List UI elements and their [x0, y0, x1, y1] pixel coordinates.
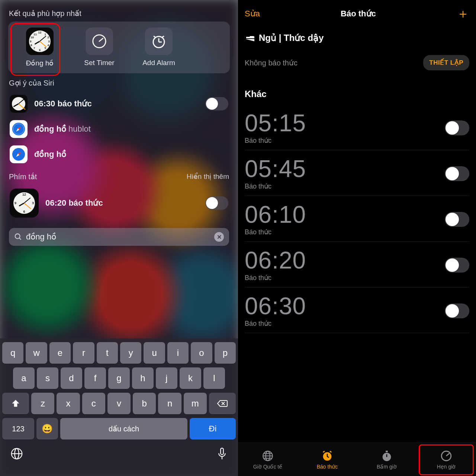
key-r[interactable]: r — [73, 342, 94, 364]
svg-line-4 — [154, 36, 156, 38]
key-y[interactable]: y — [120, 342, 141, 364]
alarm-item[interactable]: 06:10Báo thức — [245, 196, 469, 242]
key-c[interactable]: c — [82, 393, 105, 414]
keyboard-row-2: a s d f g h j k l — [2, 367, 236, 389]
shortcuts-title: Phím tắt Hiển thị thêm — [9, 172, 229, 181]
key-d[interactable]: d — [61, 367, 82, 389]
key-a[interactable]: a — [13, 367, 35, 389]
alarm-label: Báo thức — [245, 274, 306, 282]
alarm-time: 05:15 — [245, 111, 306, 135]
alarm-item[interactable]: 05:45Báo thức — [245, 150, 469, 196]
tab-world-clock[interactable]: Giờ Quốc tế — [238, 443, 298, 476]
alarm-toggle[interactable] — [445, 212, 469, 227]
alarm-label: Báo thức — [245, 136, 306, 145]
numbers-key[interactable]: 123 — [2, 418, 34, 440]
spotlight-screen: Kết quả phù hợp nhất 12 6 9 3 1 2 4 5 7 … — [0, 0, 238, 476]
setup-sleep-button[interactable]: THIẾT LẬP — [423, 55, 469, 70]
key-q[interactable]: q — [2, 342, 23, 364]
key-i[interactable]: i — [167, 342, 189, 364]
key-k[interactable]: k — [180, 367, 201, 389]
globe-icon — [261, 450, 274, 462]
svg-line-5 — [162, 36, 164, 38]
siri-row-text: đồng hồ — [34, 149, 228, 159]
key-h[interactable]: h — [132, 367, 154, 389]
alarm-item[interactable]: 06:30Báo thức — [245, 287, 469, 333]
key-e[interactable]: e — [49, 342, 71, 364]
add-alarm-button[interactable]: ＋ — [457, 5, 469, 22]
edit-button[interactable]: Sửa — [245, 9, 260, 19]
tab-label: Giờ Quốc tế — [253, 464, 282, 470]
timer-icon — [440, 450, 453, 462]
key-p[interactable]: p — [215, 342, 236, 364]
siri-row-search-hublot[interactable]: đồng hồ hublot — [8, 116, 230, 142]
key-f[interactable]: f — [84, 367, 106, 389]
space-key[interactable]: dấu cách — [60, 418, 187, 440]
shortcut-row-alarm-0620[interactable]: 12 6 9 3 06:20 báo thức — [8, 185, 230, 221]
key-z[interactable]: z — [31, 393, 54, 414]
key-n[interactable]: n — [158, 393, 181, 414]
alarm-nav-bar: Sửa Báo thức ＋ — [238, 0, 476, 28]
nav-title: Báo thức — [341, 9, 376, 19]
search-icon — [14, 233, 22, 241]
alarm-toggle[interactable] — [445, 166, 469, 181]
globe-key[interactable] — [10, 447, 23, 461]
svg-rect-20 — [221, 448, 223, 455]
key-m[interactable]: m — [184, 393, 207, 414]
on-screen-keyboard: q w e r t y u i o p a s d f g h j k l z — [0, 338, 238, 476]
svg-point-30 — [441, 451, 451, 461]
backspace-key[interactable] — [209, 393, 236, 414]
emoji-key[interactable]: 😀 — [36, 418, 58, 440]
search-input[interactable] — [26, 232, 210, 242]
key-u[interactable]: u — [144, 342, 165, 364]
shift-key[interactable] — [2, 393, 29, 414]
siri-row-text: đồng hồ hublot — [34, 124, 228, 134]
key-j[interactable]: j — [156, 367, 177, 389]
alarm-item[interactable]: 05:15Báo thức — [245, 104, 469, 150]
alarm-toggle[interactable] — [205, 97, 228, 110]
siri-row-search-dongho[interactable]: đồng hồ — [8, 142, 230, 167]
clock-app-icon: 12 6 9 3 1 2 4 5 7 8 10 11 — [26, 28, 54, 55]
sleep-alarm-row: Không báo thức THIẾT LẬP — [238, 48, 476, 79]
top-hit-set-timer[interactable]: Set Timer — [71, 28, 127, 67]
key-s[interactable]: s — [37, 367, 58, 389]
mic-key[interactable] — [216, 447, 228, 462]
key-t[interactable]: t — [97, 342, 118, 364]
alarm-toggle[interactable] — [205, 196, 228, 210]
safari-icon — [10, 120, 28, 138]
tab-alarm[interactable]: Báo thức — [298, 443, 357, 476]
alarm-list: 05:15Báo thức 05:45Báo thức 06:10Báo thứ… — [238, 104, 476, 333]
go-key[interactable]: Đi — [190, 418, 236, 440]
alarm-item[interactable]: 06:20Báo thức — [245, 242, 469, 287]
other-section-header: Khác — [238, 79, 476, 104]
alarm-toggle[interactable] — [445, 120, 469, 135]
key-l[interactable]: l — [203, 367, 225, 389]
tab-timer[interactable]: Hẹn giờ — [416, 443, 476, 476]
clear-search-button[interactable]: ✕ — [214, 232, 224, 242]
svg-point-13 — [15, 234, 20, 239]
tab-label: Hẹn giờ — [437, 464, 456, 470]
alarm-label: Báo thức — [245, 182, 306, 190]
top-hits-title: Kết quả phù hợp nhất — [9, 9, 229, 18]
svg-rect-29 — [386, 450, 388, 452]
alarm-icon — [145, 28, 173, 55]
top-hit-add-alarm[interactable]: Add Alarm — [131, 28, 187, 67]
alarm-icon — [321, 450, 334, 462]
key-w[interactable]: w — [26, 342, 47, 364]
top-hit-clock-app[interactable]: 12 6 9 3 1 2 4 5 7 8 10 11 — [12, 28, 68, 67]
tab-stopwatch[interactable]: Bấm giờ — [357, 443, 416, 476]
alarm-app-screen: Sửa Báo thức ＋ Ngủ | Thức dậy Không báo … — [238, 0, 476, 476]
tab-label: Báo thức — [317, 464, 338, 470]
alarm-time: 06:20 — [245, 248, 306, 272]
key-o[interactable]: o — [191, 342, 212, 364]
show-more-button[interactable]: Hiển thị thêm — [187, 172, 229, 181]
alarm-time: 05:45 — [245, 157, 306, 181]
no-alarm-label: Không báo thức — [245, 58, 298, 67]
alarm-toggle[interactable] — [445, 258, 469, 273]
key-v[interactable]: v — [107, 393, 131, 414]
key-x[interactable]: x — [57, 393, 80, 414]
siri-row-alarm-0630[interactable]: 06:30 báo thức — [8, 91, 230, 116]
spotlight-search-field[interactable]: ✕ — [9, 228, 229, 246]
key-b[interactable]: b — [133, 393, 156, 414]
key-g[interactable]: g — [108, 367, 130, 389]
alarm-toggle[interactable] — [445, 303, 469, 318]
